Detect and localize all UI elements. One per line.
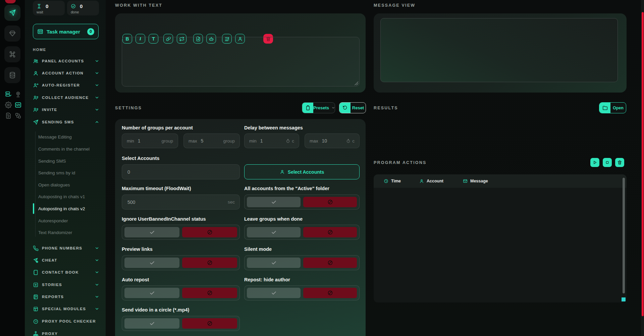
send-icon [33,119,39,125]
presets-button[interactable]: Presets [302,102,335,113]
clock-icon [384,179,388,183]
sidebar-item-special-modules[interactable]: SPECIAL MODULES [33,303,99,314]
submenu-open-dialogues[interactable]: Open dialogues [38,180,100,190]
submenu-sending-sms-by-id[interactable]: Sending sms by id [38,168,100,178]
code-window-icon[interactable] [15,102,21,108]
sidebar-item-collect-audience[interactable]: COLLECT AUDIENCE [33,92,99,103]
delay-max-field[interactable]: max c [305,133,360,148]
sidebar-item-cheat[interactable]: CHEAT [33,255,99,266]
submenu-comments-in-channel[interactable]: Comments in the channel [38,144,100,154]
check-icon [149,229,155,235]
toggle-no-segment[interactable] [182,258,237,268]
table-scrollbar-thumb[interactable] [623,178,625,293]
toggle-no-segment[interactable] [303,288,357,298]
sidebar-section-home[interactable]: HOME [33,44,99,55]
results-title: RESULTS [374,106,398,110]
sidebar-item-proxy[interactable]: PROXY [33,328,99,336]
toggle-yes-segment[interactable] [124,227,179,237]
accounts-count-field[interactable] [122,164,240,179]
delay-max-input[interactable] [321,138,343,144]
sidebar-item-panel-accounts[interactable]: PANEL ACCOUNTS [33,56,99,66]
toggle-yes-segment[interactable] [247,288,301,298]
groups-min-field[interactable]: min group [122,133,178,148]
accounts-count-input[interactable] [127,169,235,175]
message-view-title: MESSAGE VIEW [374,3,415,8]
submenu-sending-sms[interactable]: Sending SMS [38,156,100,166]
swap-modules-icon[interactable] [15,112,21,119]
select-accounts-button[interactable]: Select Accounts [244,164,360,179]
submenu-autoposting-v1[interactable]: Autoposting in chats v1 [38,191,100,202]
active-folder-label: All accounts from the "Active" folder [244,186,329,191]
repost-hide-author-toggle [244,285,360,300]
submenu-message-editing[interactable]: Message Editing [38,132,100,142]
gear-icon[interactable] [5,102,12,108]
groups-max-field[interactable]: max group [183,133,240,148]
timeout-field[interactable]: sec [122,194,240,210]
task-window-icon [37,29,43,35]
timeout-input[interactable] [127,199,225,205]
sidebar-item-invite[interactable]: INVITE [33,104,99,115]
check-icon [149,260,155,266]
message-text-input[interactable] [122,37,360,87]
sidebar-item-auto-register[interactable]: AUTO-REGISTER [33,80,99,91]
hourglass-icon [37,4,42,9]
run-button[interactable] [590,158,599,167]
sidebar-item-account-action[interactable]: ACCOUNT ACTION [33,68,99,78]
delay-min-field[interactable]: min c [244,133,299,148]
sidebar-item-phone-numbers[interactable]: PHONE NUMBERS [33,243,99,254]
toggle-yes-segment[interactable] [124,288,179,298]
stop-button[interactable] [603,158,612,167]
delay-label: Delay between messages [244,125,303,130]
stop-icon [605,160,610,165]
program-actions-table: Time Account Message [374,174,627,302]
check-icon [271,260,277,266]
table-resize-grip[interactable] [622,297,626,301]
submenu-text-randomizer[interactable]: Text Randomizer [38,227,100,237]
table-header: Time Account Message [374,174,627,188]
reset-button[interactable]: Reset [339,102,366,113]
timeout-label: Maximum timeout (FloodWait) [122,186,191,191]
toggle-no-segment[interactable] [303,197,357,207]
toggle-yes-segment[interactable] [247,258,301,268]
rail-send-button[interactable] [4,5,20,21]
server-check-icon[interactable] [5,91,12,98]
toggle-no-segment[interactable] [303,258,357,268]
rail-diamond-button[interactable] [4,25,20,42]
clear-actions-button[interactable] [615,158,624,167]
leave-groups-label: Leave groups when done [244,216,303,222]
sidebar-item-stories[interactable]: STORIES [33,279,99,290]
toggle-yes-segment[interactable] [124,318,179,329]
stopwatch-icon [346,139,351,143]
rail-database-button[interactable] [4,67,20,83]
toggle-yes-segment[interactable] [124,258,179,268]
delay-min-input[interactable] [260,138,283,144]
work-with-text-title: WORK WITH TEXT [115,3,162,8]
book-icon [33,270,39,275]
toggle-no-segment[interactable] [303,227,357,237]
sidebar-item-proxy-pool-checker[interactable]: PROXY POOL CHECKER [33,316,99,327]
stop-tile-icon[interactable] [5,0,16,3]
open-results-button[interactable]: Open [599,102,626,113]
toggle-yes-segment[interactable] [247,197,301,207]
check-icon [149,321,155,326]
submenu-autoresponder[interactable]: Autoresponder [38,216,100,226]
sidebar-item-sending-sms[interactable]: SENDING SMS [33,117,99,127]
toggle-yes-segment[interactable] [247,227,301,237]
textarea-resize-grip[interactable] [355,81,358,85]
window-scrollbar-thumb[interactable] [642,12,644,316]
rail-command-button[interactable] [4,46,20,62]
task-manager-button[interactable]: Task manager 0 [33,24,99,39]
groups-max-input[interactable] [200,138,220,144]
document-check-icon[interactable] [5,112,12,119]
chevron-up-icon [95,120,99,124]
sidebar-item-reports[interactable]: REPORTS [33,291,99,302]
stat-card-done: 0 done [67,1,99,15]
toggle-no-segment[interactable] [182,318,237,329]
groups-min-input[interactable] [137,138,159,144]
toggle-no-segment[interactable] [182,227,237,237]
check-icon [271,199,277,205]
sidebar-item-contact-book[interactable]: CONTACT BOOK [33,267,99,278]
webcam-icon[interactable] [15,91,21,98]
toggle-no-segment[interactable] [182,288,237,298]
submenu-autoposting-v2[interactable]: Autoposting in chats v2 [38,204,100,214]
